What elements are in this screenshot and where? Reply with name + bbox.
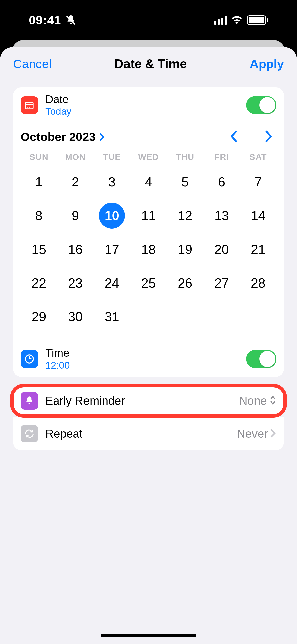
cellular-signal-icon [214,16,227,25]
wifi-icon [231,15,243,25]
repeat-row[interactable]: Repeat Never [13,417,284,450]
calendar: October 2023 SUN MON TUE [13,123,284,341]
bell-icon [21,392,38,410]
early-reminder-value: None [239,394,267,408]
calendar-day[interactable]: 12 [167,199,203,232]
next-month-button[interactable] [264,130,273,143]
calendar-day [203,300,240,334]
sheet-nav: Cancel Date & Time Apply [0,47,297,81]
cancel-button[interactable]: Cancel [13,57,52,71]
status-time: 09:41 [29,13,61,27]
early-reminder-label: Early Reminder [45,394,239,408]
time-row[interactable]: Time 12:00 [13,341,284,377]
weekday-header: SUN MON TUE WED THU FRI SAT [21,150,276,165]
clock-icon [21,350,38,368]
home-indicator[interactable] [101,634,196,637]
time-toggle[interactable] [246,350,276,368]
calendar-day[interactable]: 31 [94,300,130,334]
time-label: Time [45,347,246,359]
prev-month-button[interactable] [230,130,238,143]
calendar-day[interactable]: 19 [167,232,203,266]
apply-button[interactable]: Apply [250,57,284,71]
date-time-sheet: Cancel Date & Time Apply Date Today Octo… [0,47,297,644]
calendar-day[interactable]: 20 [203,232,240,266]
svg-point-6 [27,107,28,108]
svg-point-7 [29,107,30,108]
calendar-day[interactable]: 1 [21,165,57,199]
early-reminder-row[interactable]: Early Reminder None [13,384,284,417]
calendar-day[interactable]: 5 [167,165,203,199]
calendar-day[interactable]: 9 [57,199,94,232]
calendar-day[interactable]: 15 [21,232,57,266]
calendar-day[interactable]: 11 [130,199,167,232]
calendar-day[interactable]: 30 [57,300,94,334]
calendar-day[interactable]: 17 [94,232,130,266]
calendar-day[interactable]: 10 [94,199,130,232]
date-row[interactable]: Date Today [13,87,284,123]
calendar-day[interactable]: 25 [130,266,167,300]
calendar-day[interactable]: 4 [130,165,167,199]
date-label: Date [45,93,246,105]
calendar-day [167,300,203,334]
calendar-day[interactable]: 27 [203,266,240,300]
calendar-day[interactable]: 16 [57,232,94,266]
chevron-right-icon [270,429,276,439]
calendar-day[interactable]: 24 [94,266,130,300]
silent-mode-icon [65,14,77,26]
date-time-card: Date Today October 2023 [13,87,284,377]
calendar-day[interactable]: 26 [167,266,203,300]
calendar-day[interactable]: 13 [203,199,240,232]
calendar-day[interactable]: 22 [21,266,57,300]
calendar-day[interactable]: 6 [203,165,240,199]
calendar-day[interactable]: 18 [130,232,167,266]
calendar-day[interactable]: 28 [240,266,276,300]
chevron-right-icon [99,130,105,144]
calendar-icon [21,96,38,114]
repeat-icon [21,425,38,442]
calendar-day[interactable]: 14 [240,199,276,232]
date-toggle[interactable] [246,96,276,114]
battery-icon [247,15,268,25]
svg-point-5 [31,106,31,106]
svg-point-3 [27,106,28,106]
calendar-day[interactable]: 7 [240,165,276,199]
date-value: Today [45,106,246,117]
calendar-day [240,300,276,334]
calendar-day[interactable]: 23 [57,266,94,300]
calendar-day[interactable]: 2 [57,165,94,199]
time-value: 12:00 [45,360,246,371]
repeat-value: Never [237,427,268,440]
calendar-day[interactable]: 29 [21,300,57,334]
calendar-day [130,300,167,334]
repeat-label: Repeat [45,427,237,440]
svg-point-4 [29,106,30,106]
svg-point-8 [31,107,31,108]
calendar-day[interactable]: 3 [94,165,130,199]
status-bar: 09:41 [0,0,297,40]
sheet-title: Date & Time [114,57,187,71]
calendar-day[interactable]: 21 [240,232,276,266]
month-picker-button[interactable]: October 2023 [21,130,105,144]
up-down-chevron-icon [269,395,276,406]
month-label: October 2023 [21,130,96,144]
calendar-day[interactable]: 8 [21,199,57,232]
